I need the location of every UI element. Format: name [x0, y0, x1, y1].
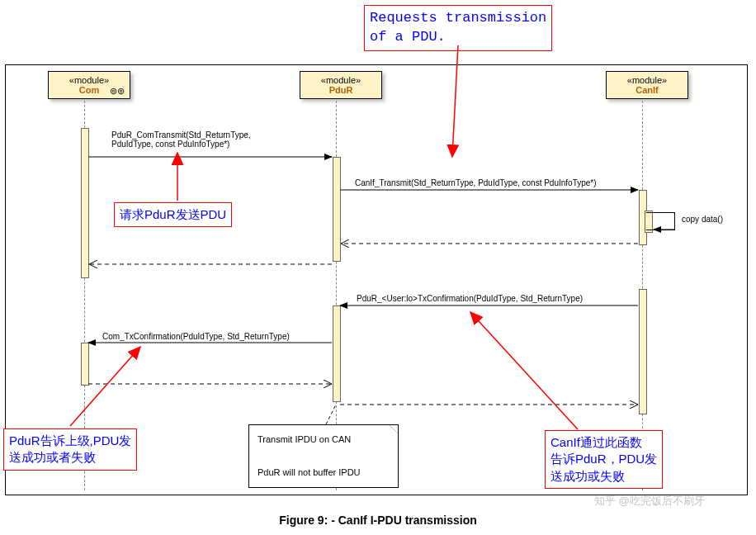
msg-label: CanIf_Transmit(Std_ReturnType, PduIdType…: [355, 178, 597, 187]
lifeline-pdur: «module» PduR: [300, 71, 382, 99]
msg-label: PduR_<User:lo>TxConfirmation(PduIdType, …: [357, 294, 583, 303]
stereotype: «module»: [54, 75, 125, 85]
lifeline-com: «module» Com ⊚⊚: [48, 71, 130, 99]
msg-label: copy data(): [682, 215, 723, 224]
annotation-top: Requests transmission of a PDU.: [364, 5, 552, 51]
self-call-bracket: [646, 212, 675, 230]
annotation-bl: PduR告诉上级,PDU发 送成功或者失败: [3, 428, 137, 471]
msg-label: PduR_ComTransmit(Std_ReturnType, PduIdTy…: [111, 130, 251, 149]
activation-bar: [639, 289, 647, 414]
activation-bar: [81, 128, 89, 278]
lifeline-name: CanIf: [636, 85, 659, 95]
glasses-icon: ⊚⊚: [110, 86, 125, 97]
msg-label: Com_TxConfirmation(PduIdType, Std_Return…: [102, 332, 290, 341]
diagram-root: { "lifelines": { "com": {"stereo": "«mod…: [0, 0, 756, 535]
stereotype: «module»: [612, 75, 683, 85]
annotation-mid: 请求PduR发送PDU: [114, 202, 232, 227]
activation-bar: [333, 157, 341, 262]
note-text: Transmit IPDU on CAN PduR will not buffe…: [258, 434, 361, 477]
note-fold-icon: [389, 424, 399, 434]
lifeline-name: Com: [79, 85, 99, 95]
stereotype: «module»: [305, 75, 376, 85]
lifeline-canif: «module» CanIf: [606, 71, 688, 99]
lifeline-name: PduR: [329, 85, 353, 95]
activation-bar: [81, 343, 89, 386]
figure-caption: Figure 9: - CanIf I-PDU transmission: [0, 514, 756, 527]
annotation-br: CanIf通过此函数 告诉PduR，PDU发 送成功或失败: [545, 430, 663, 489]
watermark: 知乎 @吃完饭后不刷牙: [594, 494, 705, 509]
uml-note: Transmit IPDU on CAN PduR will not buffe…: [248, 424, 399, 488]
activation-bar: [333, 305, 341, 402]
